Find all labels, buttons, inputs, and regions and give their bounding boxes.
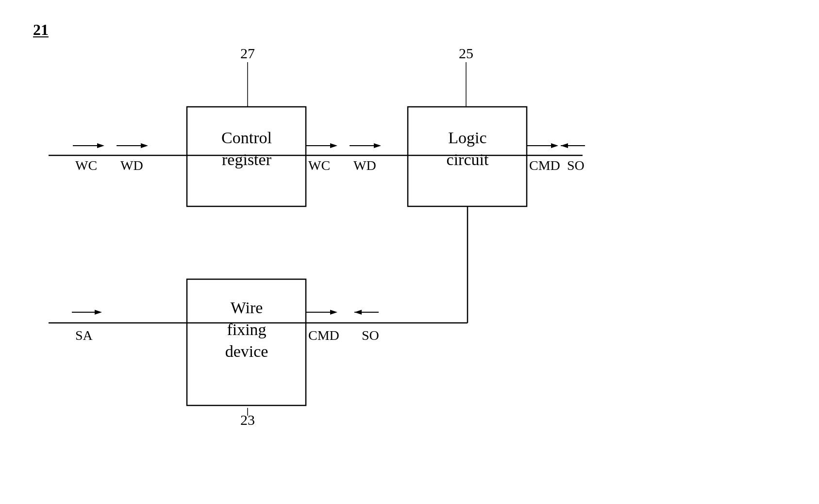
sa-label: SA <box>75 328 93 343</box>
svg-marker-20 <box>95 310 102 315</box>
svg-marker-24 <box>354 310 362 315</box>
logic-circuit-label1: Logic <box>448 129 486 147</box>
svg-marker-6 <box>97 143 104 148</box>
svg-marker-14 <box>551 143 558 148</box>
svg-marker-10 <box>330 143 337 148</box>
wire-fixing-label1: Wire <box>231 299 263 317</box>
wc-left-label: WC <box>75 158 97 173</box>
svg-marker-8 <box>141 143 148 148</box>
ref-27: 27 <box>240 45 255 61</box>
wd-left-label: WD <box>120 158 143 173</box>
svg-marker-22 <box>330 310 337 315</box>
ref-25: 25 <box>459 45 473 61</box>
svg-marker-16 <box>561 143 568 148</box>
wc-right-label: WC <box>308 158 330 173</box>
so-top-label: SO <box>567 158 585 173</box>
diagram-container: 21 27 Control register 25 Logic circuit … <box>0 0 819 504</box>
so-bottom-label: SO <box>362 328 379 343</box>
wd-right-label: WD <box>353 158 376 173</box>
logic-circuit-label2: circuit <box>447 151 489 168</box>
cmd-bottom-label: CMD <box>308 328 339 343</box>
control-register-label2: register <box>222 151 272 168</box>
wire-fixing-label3: device <box>225 342 268 360</box>
main-label: 21 <box>33 21 49 38</box>
svg-marker-12 <box>374 143 381 148</box>
control-register-label1: Control <box>221 129 272 147</box>
cmd-top-label: CMD <box>529 158 560 173</box>
